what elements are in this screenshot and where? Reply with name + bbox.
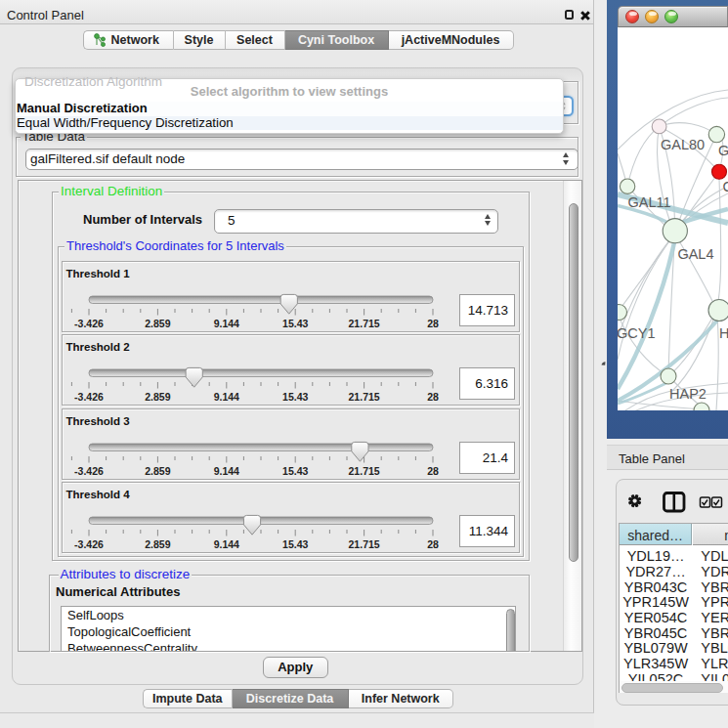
svg-text:H: H — [719, 325, 728, 341]
svg-text:GAL4: GAL4 — [677, 246, 713, 262]
svg-text:GA: GA — [718, 143, 728, 158]
svg-text:GAL80: GAL80 — [661, 137, 705, 152]
svg-text:HAP2: HAP2 — [669, 386, 707, 402]
svg-text:C: C — [723, 179, 728, 194]
svg-text:GAL11: GAL11 — [628, 194, 671, 210]
svg-text:GCY1: GCY1 — [618, 325, 656, 341]
